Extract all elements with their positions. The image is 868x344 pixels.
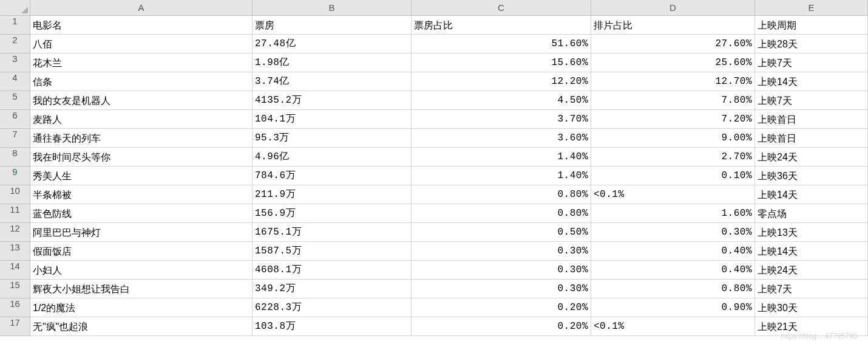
cell-B7[interactable]: 95.3万 <box>253 129 412 148</box>
cell-B2[interactable]: 27.48亿 <box>253 35 412 53</box>
row-header-13[interactable]: 13 <box>0 242 30 261</box>
cell-B15[interactable]: 349.2万 <box>253 280 412 298</box>
cell-C9[interactable]: 1.40% <box>412 167 591 185</box>
cell-E4[interactable]: 上映14天 <box>755 72 868 91</box>
cell-C5[interactable]: 4.50% <box>412 91 591 110</box>
cell-C15[interactable]: 0.30% <box>412 280 591 298</box>
row-header-10[interactable]: 10 <box>0 185 30 204</box>
cell-E1[interactable]: 上映周期 <box>755 16 868 35</box>
cell-C12[interactable]: 0.50% <box>412 223 591 242</box>
row-header-4[interactable]: 4 <box>0 72 30 91</box>
cell-A3[interactable]: 花木兰 <box>30 53 253 72</box>
cell-D13[interactable]: 0.40% <box>591 242 755 261</box>
cell-D4[interactable]: 12.70% <box>591 72 755 91</box>
cell-A12[interactable]: 阿里巴巴与神灯 <box>30 223 253 242</box>
cell-B10[interactable]: 211.9万 <box>253 185 412 204</box>
cell-E12[interactable]: 上映13天 <box>755 223 868 242</box>
row-header-11[interactable]: 11 <box>0 204 30 223</box>
cell-E13[interactable]: 上映14天 <box>755 242 868 261</box>
cell-D17[interactable]: <0.1% <box>591 317 755 336</box>
cell-E2[interactable]: 上映28天 <box>755 35 868 53</box>
cell-D8[interactable]: 2.70% <box>591 148 755 167</box>
cell-E5[interactable]: 上映7天 <box>755 91 868 110</box>
cell-C7[interactable]: 3.60% <box>412 129 591 148</box>
cell-C8[interactable]: 1.40% <box>412 148 591 167</box>
cell-A7[interactable]: 通往春天的列车 <box>30 129 253 148</box>
cell-E17[interactable]: 上映21天 <box>755 317 868 336</box>
cell-E8[interactable]: 上映24天 <box>755 148 868 167</box>
cell-D3[interactable]: 25.60% <box>591 53 755 72</box>
row-header-6[interactable]: 6 <box>0 110 30 129</box>
cell-B5[interactable]: 4135.2万 <box>253 91 412 110</box>
cell-B4[interactable]: 3.74亿 <box>253 72 412 91</box>
cell-C2[interactable]: 51.60% <box>412 35 591 53</box>
cell-D5[interactable]: 7.80% <box>591 91 755 110</box>
cell-D14[interactable]: 0.40% <box>591 261 755 280</box>
cell-A11[interactable]: 蓝色防线 <box>30 204 253 223</box>
cell-C10[interactable]: 0.80% <box>412 185 591 204</box>
column-header-A[interactable]: A <box>30 0 253 16</box>
cell-D15[interactable]: 0.80% <box>591 280 755 298</box>
cell-E14[interactable]: 上映24天 <box>755 261 868 280</box>
cell-C16[interactable]: 0.20% <box>412 298 591 317</box>
cell-E7[interactable]: 上映首日 <box>755 129 868 148</box>
cell-D16[interactable]: 0.90% <box>591 298 755 317</box>
cell-D2[interactable]: 27.60% <box>591 35 755 53</box>
row-header-15[interactable]: 15 <box>0 280 30 298</box>
cell-A2[interactable]: 八佰 <box>30 35 253 53</box>
cell-B8[interactable]: 4.96亿 <box>253 148 412 167</box>
cell-A10[interactable]: 半条棉被 <box>30 185 253 204</box>
cell-B9[interactable]: 784.6万 <box>253 167 412 185</box>
column-header-D[interactable]: D <box>591 0 755 16</box>
cell-B12[interactable]: 1675.1万 <box>253 223 412 242</box>
cell-A8[interactable]: 我在时间尽头等你 <box>30 148 253 167</box>
row-header-16[interactable]: 16 <box>0 298 30 317</box>
cell-B14[interactable]: 4608.1万 <box>253 261 412 280</box>
cell-A5[interactable]: 我的女友是机器人 <box>30 91 253 110</box>
cell-C3[interactable]: 15.60% <box>412 53 591 72</box>
cell-D1[interactable]: 排片占比 <box>591 16 755 35</box>
cell-B1[interactable]: 票房 <box>253 16 412 35</box>
cell-E10[interactable]: 上映14天 <box>755 185 868 204</box>
column-header-B[interactable]: B <box>253 0 412 16</box>
cell-E16[interactable]: 上映30天 <box>755 298 868 317</box>
row-header-17[interactable]: 17 <box>0 317 30 336</box>
cell-A6[interactable]: 麦路人 <box>30 110 253 129</box>
cell-A4[interactable]: 信条 <box>30 72 253 91</box>
cell-C13[interactable]: 0.30% <box>412 242 591 261</box>
cell-A15[interactable]: 辉夜大小姐想让我告白 <box>30 280 253 298</box>
cell-E15[interactable]: 上映7天 <box>755 280 868 298</box>
cell-C1[interactable]: 票房占比 <box>412 16 591 35</box>
cell-D6[interactable]: 7.20% <box>591 110 755 129</box>
cell-E3[interactable]: 上映7天 <box>755 53 868 72</box>
cell-D9[interactable]: 0.10% <box>591 167 755 185</box>
cell-C17[interactable]: 0.20% <box>412 317 591 336</box>
row-header-14[interactable]: 14 <box>0 261 30 280</box>
row-header-7[interactable]: 7 <box>0 129 30 148</box>
cell-A1[interactable]: 电影名 <box>30 16 253 35</box>
spreadsheet-grid[interactable]: ABCDE1电影名票房票房占比排片占比上映周期2八佰27.48亿51.60%27… <box>0 0 868 336</box>
select-all-corner[interactable] <box>0 0 30 16</box>
cell-C14[interactable]: 0.30% <box>412 261 591 280</box>
cell-A9[interactable]: 秀美人生 <box>30 167 253 185</box>
row-header-1[interactable]: 1 <box>0 16 30 35</box>
cell-C4[interactable]: 12.20% <box>412 72 591 91</box>
cell-B17[interactable]: 103.8万 <box>253 317 412 336</box>
row-header-12[interactable]: 12 <box>0 223 30 242</box>
cell-A16[interactable]: 1/2的魔法 <box>30 298 253 317</box>
cell-E11[interactable]: 零点场 <box>755 204 868 223</box>
cell-B13[interactable]: 1587.5万 <box>253 242 412 261</box>
cell-E6[interactable]: 上映首日 <box>755 110 868 129</box>
cell-C11[interactable]: 0.80% <box>412 204 591 223</box>
cell-D12[interactable]: 0.30% <box>591 223 755 242</box>
cell-A14[interactable]: 小妇人 <box>30 261 253 280</box>
cell-B3[interactable]: 1.98亿 <box>253 53 412 72</box>
cell-E9[interactable]: 上映36天 <box>755 167 868 185</box>
column-header-E[interactable]: E <box>755 0 868 16</box>
cell-C6[interactable]: 3.70% <box>412 110 591 129</box>
cell-A13[interactable]: 假面饭店 <box>30 242 253 261</box>
cell-B6[interactable]: 104.1万 <box>253 110 412 129</box>
cell-A17[interactable]: 无"疯"也起浪 <box>30 317 253 336</box>
cell-B11[interactable]: 156.9万 <box>253 204 412 223</box>
column-header-C[interactable]: C <box>412 0 591 16</box>
